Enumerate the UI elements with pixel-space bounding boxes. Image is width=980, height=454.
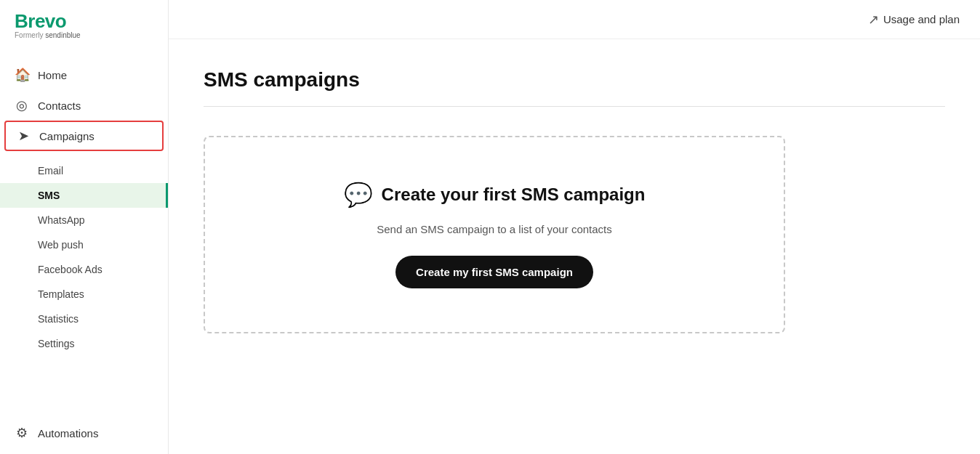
- sidebar-item-label: Automations: [38, 427, 98, 439]
- main-nav: 🏠 Home ◎ Contacts ➤ Campaigns: [0, 54, 168, 157]
- contacts-icon: ◎: [15, 97, 29, 113]
- sidebar-item-contacts[interactable]: ◎ Contacts: [0, 90, 168, 121]
- sidebar-item-automations[interactable]: ⚙ Automations: [0, 418, 168, 448]
- sidebar-item-templates[interactable]: Templates: [0, 282, 168, 307]
- usage-icon: ↗: [868, 12, 879, 28]
- campaigns-icon: ➤: [16, 128, 31, 144]
- campaigns-sub-nav: Email SMS WhatsApp Web push Facebook Ads…: [0, 157, 168, 357]
- home-icon: 🏠: [15, 67, 29, 83]
- chat-bubble-icon: 💬: [344, 181, 373, 208]
- empty-state-heading: Create your first SMS campaign: [382, 185, 646, 205]
- top-bar: ↗ Usage and plan: [169, 0, 980, 39]
- page-title: SMS campaigns: [204, 68, 945, 92]
- bottom-nav: ⚙ Automations: [0, 412, 168, 454]
- create-sms-campaign-button[interactable]: Create my first SMS campaign: [395, 256, 593, 288]
- sidebar-item-web-push[interactable]: Web push: [0, 232, 168, 257]
- usage-plan-label: Usage and plan: [883, 13, 960, 25]
- content-area: SMS campaigns 💬 Create your first SMS ca…: [169, 39, 980, 454]
- formerly-label: Formerly sendinblue: [15, 31, 153, 39]
- sidebar-item-campaigns[interactable]: ➤ Campaigns: [4, 121, 164, 151]
- sidebar-item-facebook-ads[interactable]: Facebook Ads: [0, 257, 168, 282]
- sidebar-item-sms[interactable]: SMS: [0, 183, 168, 208]
- sidebar-item-label: Contacts: [38, 100, 81, 112]
- empty-state-card: 💬 Create your first SMS campaign Send an…: [204, 136, 785, 333]
- brevo-logo: Brevo: [15, 12, 153, 31]
- empty-state-title: 💬 Create your first SMS campaign: [344, 181, 646, 208]
- sidebar-item-whatsapp[interactable]: WhatsApp: [0, 208, 168, 232]
- sidebar-item-home[interactable]: 🏠 Home: [0, 60, 168, 90]
- usage-plan-button[interactable]: ↗ Usage and plan: [868, 12, 960, 28]
- empty-state-description: Send an SMS campaign to a list of your c…: [377, 223, 612, 235]
- sidebar: Brevo Formerly sendinblue 🏠 Home ◎ Conta…: [0, 0, 169, 454]
- main-content: ↗ Usage and plan SMS campaigns 💬 Create …: [169, 0, 980, 454]
- sidebar-item-label: Campaigns: [39, 130, 95, 142]
- sidebar-item-settings[interactable]: Settings: [0, 331, 168, 356]
- divider: [204, 106, 945, 107]
- automations-icon: ⚙: [15, 425, 29, 441]
- sidebar-item-label: Home: [38, 69, 67, 81]
- sidebar-item-email[interactable]: Email: [0, 158, 168, 183]
- logo-area: Brevo Formerly sendinblue: [0, 0, 168, 54]
- sidebar-item-statistics[interactable]: Statistics: [0, 307, 168, 331]
